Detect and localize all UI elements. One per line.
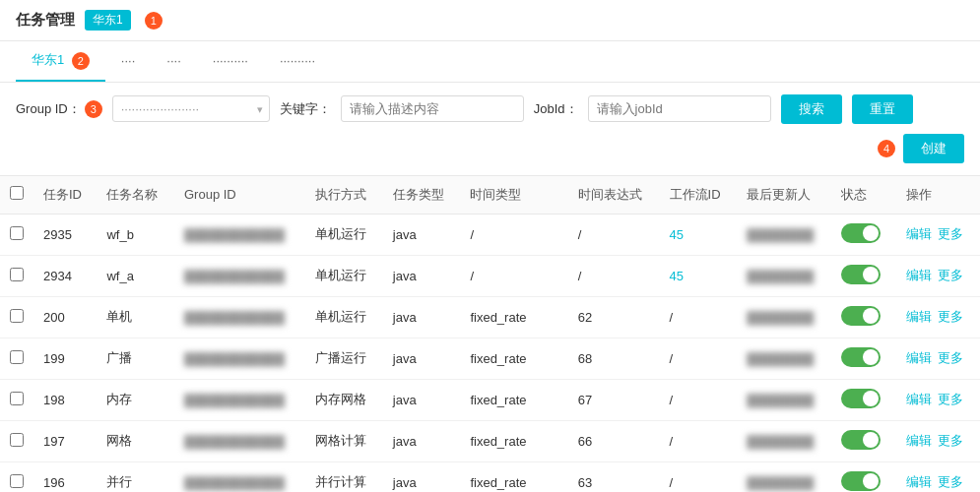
row-checkbox[interactable] bbox=[10, 309, 24, 323]
status-toggle[interactable] bbox=[841, 430, 881, 450]
more-button[interactable]: 更多 bbox=[938, 309, 963, 324]
row-checkbox[interactable] bbox=[10, 474, 24, 488]
more-button[interactable]: 更多 bbox=[938, 226, 963, 241]
task-table: 任务ID 任务名称 Group ID 执行方式 任务类型 时间类型 时间表达式 … bbox=[0, 176, 980, 492]
edit-button[interactable]: 编辑 bbox=[906, 474, 932, 489]
edit-button[interactable]: 编辑 bbox=[906, 309, 932, 324]
cell-workflow-id: / bbox=[660, 379, 738, 420]
cell-group-id: ████████████ bbox=[174, 461, 305, 492]
group-id-select[interactable]: ······················ bbox=[112, 95, 270, 122]
col-group-id: Group ID bbox=[174, 176, 305, 215]
table-row: 196并行████████████并行计算javafixed_rate63/██… bbox=[0, 461, 980, 492]
col-time-type: 时间类型 bbox=[460, 176, 567, 215]
edit-button[interactable]: 编辑 bbox=[906, 268, 932, 282]
cell-exec-type: 单机运行 bbox=[305, 296, 383, 338]
jobid-input[interactable] bbox=[588, 95, 771, 122]
col-status: 状态 bbox=[831, 176, 896, 215]
cell-task-id: 197 bbox=[33, 420, 97, 461]
cell-time-type: fixed_rate bbox=[460, 461, 567, 492]
cell-updater: ████████ bbox=[737, 296, 831, 338]
cell-exec-type: 并行计算 bbox=[305, 461, 383, 492]
col-exec-type: 执行方式 bbox=[305, 176, 383, 215]
row-checkbox[interactable] bbox=[10, 226, 24, 240]
row-checkbox[interactable] bbox=[10, 392, 24, 405]
status-toggle[interactable] bbox=[841, 471, 881, 491]
tab-2[interactable]: ···· bbox=[105, 43, 151, 80]
table-row: 2935wf_b████████████单机运行java//45████████… bbox=[0, 214, 980, 255]
table-header-row: 任务ID 任务名称 Group ID 执行方式 任务类型 时间类型 时间表达式 … bbox=[0, 176, 980, 215]
cell-time-type: fixed_rate bbox=[460, 296, 567, 338]
edit-button[interactable]: 编辑 bbox=[906, 226, 932, 241]
workflow-link[interactable]: 45 bbox=[670, 227, 684, 242]
table-row: 199广播████████████广播运行javafixed_rate68/██… bbox=[0, 338, 980, 379]
cell-status bbox=[831, 255, 896, 296]
page-title: 任务管理 bbox=[16, 11, 75, 30]
cell-status bbox=[831, 379, 896, 420]
cell-time-type: fixed_rate bbox=[460, 338, 567, 379]
tab-5[interactable]: ·········· bbox=[264, 43, 331, 80]
edit-button[interactable]: 编辑 bbox=[906, 350, 932, 365]
row-checkbox[interactable] bbox=[10, 268, 24, 281]
cell-updater: ████████ bbox=[737, 379, 831, 420]
table-row: 2934wf_a████████████单机运行java//45████████… bbox=[0, 255, 980, 296]
cell-group-id: ████████████ bbox=[174, 255, 305, 296]
status-toggle[interactable] bbox=[841, 306, 881, 326]
more-button[interactable]: 更多 bbox=[938, 474, 963, 489]
reset-button[interactable]: 重置 bbox=[852, 94, 913, 124]
cell-actions: 编辑更多 bbox=[896, 255, 980, 296]
cell-time-type: / bbox=[460, 255, 567, 296]
cell-task-type: java bbox=[383, 461, 461, 492]
status-toggle[interactable] bbox=[841, 347, 881, 367]
status-toggle[interactable] bbox=[841, 223, 881, 243]
cell-updater: ████████ bbox=[737, 420, 831, 461]
edit-button[interactable]: 编辑 bbox=[906, 392, 932, 406]
keyword-label: 关键字： bbox=[280, 100, 331, 118]
tab-huadong1[interactable]: 华东1 2 bbox=[16, 41, 105, 82]
more-button[interactable]: 更多 bbox=[938, 392, 963, 406]
cell-task-type: java bbox=[383, 296, 461, 338]
create-button[interactable]: 创建 bbox=[903, 134, 964, 163]
annotation-1: 1 bbox=[145, 12, 163, 30]
status-toggle[interactable] bbox=[841, 265, 881, 284]
header-checkbox-cell bbox=[0, 176, 33, 215]
workflow-link[interactable]: 45 bbox=[670, 269, 684, 283]
keyword-input[interactable] bbox=[341, 95, 524, 122]
more-button[interactable]: 更多 bbox=[938, 350, 963, 365]
group-id-select-wrapper: ······················ bbox=[112, 95, 270, 122]
row-checkbox[interactable] bbox=[10, 433, 24, 447]
cell-task-id: 2934 bbox=[33, 255, 97, 296]
cell-task-name: 内存 bbox=[97, 379, 174, 420]
tabs-bar: 华东1 2 ···· ···· ·········· ·········· bbox=[0, 41, 980, 83]
cell-actions: 编辑更多 bbox=[896, 461, 980, 492]
region-tag[interactable]: 华东1 bbox=[85, 10, 131, 31]
cell-exec-type: 单机运行 bbox=[305, 214, 383, 255]
cell-time-type: fixed_rate bbox=[460, 379, 567, 420]
cell-status bbox=[831, 296, 896, 338]
status-toggle[interactable] bbox=[841, 389, 881, 408]
cell-actions: 编辑更多 bbox=[896, 420, 980, 461]
cell-workflow-id: / bbox=[660, 296, 738, 338]
search-button[interactable]: 搜索 bbox=[781, 94, 842, 124]
cell-actions: 编辑更多 bbox=[896, 296, 980, 338]
cell-workflow-id: 45 bbox=[660, 255, 738, 296]
tab-4[interactable]: ·········· bbox=[197, 43, 264, 80]
cell-group-id: ████████████ bbox=[174, 338, 305, 379]
more-button[interactable]: 更多 bbox=[938, 268, 963, 282]
select-all-checkbox[interactable] bbox=[10, 186, 24, 200]
tab-3[interactable]: ···· bbox=[151, 43, 196, 80]
cell-cron: 63 bbox=[568, 461, 660, 492]
annotation-2: 2 bbox=[72, 52, 90, 70]
cell-updater: ████████ bbox=[737, 461, 831, 492]
edit-button[interactable]: 编辑 bbox=[906, 433, 932, 448]
cell-task-name: wf_a bbox=[97, 255, 174, 296]
cell-task-name: 广播 bbox=[97, 338, 174, 379]
row-checkbox[interactable] bbox=[10, 350, 24, 364]
cell-cron: 62 bbox=[568, 296, 660, 338]
more-button[interactable]: 更多 bbox=[938, 433, 963, 448]
cell-exec-type: 内存网格 bbox=[305, 379, 383, 420]
cell-task-name: wf_b bbox=[97, 214, 174, 255]
cell-task-type: java bbox=[383, 255, 461, 296]
task-table-container: 任务ID 任务名称 Group ID 执行方式 任务类型 时间类型 时间表达式 … bbox=[0, 176, 980, 492]
cell-exec-type: 网格计算 bbox=[305, 420, 383, 461]
col-task-id: 任务ID bbox=[33, 176, 97, 215]
